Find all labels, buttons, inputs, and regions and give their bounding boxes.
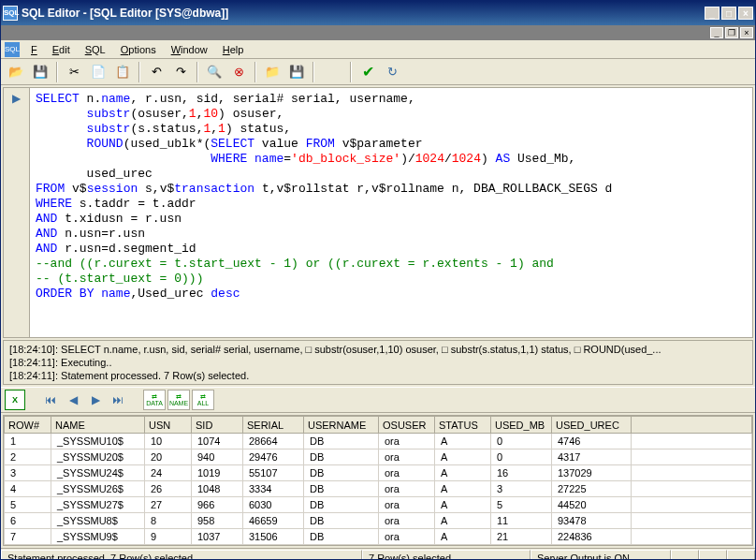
grid-cell[interactable]: _SYSSMU8$ xyxy=(51,513,145,529)
maximize-button[interactable]: □ xyxy=(721,7,736,20)
grid-cell[interactable]: 0 xyxy=(491,434,552,449)
grid-cell[interactable]: 27225 xyxy=(552,481,632,497)
grid-cell[interactable]: 1037 xyxy=(192,529,243,545)
menu-options[interactable]: Options xyxy=(113,42,164,57)
grid-cell[interactable]: 31506 xyxy=(243,529,304,545)
grid-cell[interactable]: DB xyxy=(304,434,379,449)
grid-cell[interactable]: 46659 xyxy=(243,513,304,529)
grid-cell[interactable]: _SYSSMU26$ xyxy=(51,481,145,497)
close-button[interactable]: × xyxy=(738,7,753,20)
menu-help[interactable]: Help xyxy=(215,42,252,57)
cut-icon[interactable]: ✂ xyxy=(63,61,85,83)
grid-cell[interactable]: ora xyxy=(379,465,435,481)
menu-sql[interactable]: SQL xyxy=(78,42,113,57)
grid-cell[interactable]: A xyxy=(435,513,491,529)
mdi-minimize-button[interactable]: _ xyxy=(710,27,723,38)
grid-cell[interactable]: 5 xyxy=(5,497,51,513)
mdi-close-button[interactable]: × xyxy=(740,27,753,38)
clear-icon[interactable]: ⊗ xyxy=(227,61,250,83)
grid-cell[interactable]: 26 xyxy=(145,481,192,497)
column-header[interactable]: STATUS xyxy=(435,417,491,434)
grid-cell[interactable]: ora xyxy=(379,497,435,513)
grid-cell[interactable]: DB xyxy=(304,465,379,481)
view-data-button[interactable]: ⇄DATA xyxy=(143,390,166,410)
column-header[interactable]: NAME xyxy=(51,417,145,434)
table-row[interactable]: 2_SYSSMU20$2094029476DBoraA04317 xyxy=(5,449,752,465)
grid-cell[interactable]: A xyxy=(435,465,491,481)
grid-cell[interactable]: 55107 xyxy=(243,465,304,481)
grid-cell[interactable]: 940 xyxy=(192,449,243,465)
last-record-icon[interactable]: ⏭ xyxy=(108,390,128,410)
grid-cell[interactable]: ora xyxy=(379,449,435,465)
view-all-button[interactable]: ⇄ALL xyxy=(192,390,214,410)
grid-cell[interactable]: A xyxy=(435,529,491,545)
minimize-button[interactable]: _ xyxy=(705,7,720,20)
export-excel-icon[interactable]: X xyxy=(5,390,25,410)
table-row[interactable]: 6_SYSSMU8$895846659DBoraA1193478 xyxy=(5,513,752,529)
grid-cell[interactable]: 20 xyxy=(145,449,192,465)
grid-cell[interactable]: 1019 xyxy=(192,465,243,481)
grid-cell[interactable]: 966 xyxy=(192,497,243,513)
prev-record-icon[interactable]: ◀ xyxy=(63,390,83,410)
table-row[interactable]: 4_SYSSMU26$2610483334DBoraA327225 xyxy=(5,481,752,497)
grid-cell[interactable]: 21 xyxy=(491,529,552,545)
save-folder-icon[interactable]: 💾 xyxy=(285,61,308,83)
grid-cell[interactable]: DB xyxy=(304,481,379,497)
open-file-icon[interactable]: 📂 xyxy=(5,61,27,83)
grid-cell[interactable]: 7 xyxy=(5,529,51,545)
grid-cell[interactable]: DB xyxy=(304,497,379,513)
grid-cell[interactable]: DB xyxy=(304,529,379,545)
sql-editor[interactable]: SELECT n.name, r.usn, sid, serial# seria… xyxy=(30,88,752,337)
mdi-restore-button[interactable]: ❐ xyxy=(725,27,738,38)
grid-cell[interactable]: 3 xyxy=(491,481,552,497)
save-icon[interactable]: 💾 xyxy=(29,61,51,83)
grid-cell[interactable]: 3 xyxy=(5,465,51,481)
paste-icon[interactable]: 📋 xyxy=(111,61,134,83)
refresh-icon[interactable]: ↻ xyxy=(381,61,403,83)
execute-icon[interactable]: ✔ xyxy=(356,61,379,83)
column-header[interactable]: USED_UREC xyxy=(552,417,632,434)
grid-cell[interactable]: 27 xyxy=(145,497,192,513)
grid-cell[interactable]: A xyxy=(435,481,491,497)
grid-cell[interactable]: 28664 xyxy=(243,434,304,449)
grid-cell[interactable]: 44520 xyxy=(552,497,632,513)
grid-cell[interactable]: 93478 xyxy=(552,513,632,529)
find-icon[interactable]: 🔍 xyxy=(203,61,225,83)
table-row[interactable]: 1_SYSSMU10$10107428664DBoraA04746 xyxy=(5,434,752,449)
grid-cell[interactable]: 6030 xyxy=(243,497,304,513)
first-record-icon[interactable]: ⏮ xyxy=(40,390,61,410)
grid-cell[interactable]: 2 xyxy=(5,449,51,465)
view-name-button[interactable]: ⇄NAME xyxy=(167,390,190,410)
next-record-icon[interactable]: ▶ xyxy=(85,390,106,410)
grid-cell[interactable]: A xyxy=(435,434,491,449)
grid-cell[interactable]: ora xyxy=(379,513,435,529)
table-row[interactable]: 5_SYSSMU27$279666030DBoraA544520 xyxy=(5,497,752,513)
column-header[interactable]: SID xyxy=(192,417,243,434)
copy-icon[interactable]: 📄 xyxy=(87,61,109,83)
column-header[interactable]: ROW# xyxy=(5,417,51,434)
grid-cell[interactable]: 24 xyxy=(145,465,192,481)
menu-file[interactable]: F xyxy=(23,42,45,57)
grid-cell[interactable]: 10 xyxy=(145,434,192,449)
grid-cell[interactable]: _SYSSMU9$ xyxy=(51,529,145,545)
grid-cell[interactable]: A xyxy=(435,449,491,465)
table-row[interactable]: 7_SYSSMU9$9103731506DBoraA21224836 xyxy=(5,529,752,545)
menu-edit[interactable]: Edit xyxy=(45,42,78,57)
grid-cell[interactable]: 16 xyxy=(491,465,552,481)
menu-window[interactable]: Window xyxy=(164,42,215,57)
column-header[interactable]: USN xyxy=(145,417,192,434)
grid-cell[interactable]: ora xyxy=(379,481,435,497)
grid-cell[interactable]: _SYSSMU27$ xyxy=(51,497,145,513)
redo-icon[interactable]: ↷ xyxy=(169,61,192,83)
grid-cell[interactable]: 224836 xyxy=(552,529,632,545)
grid-cell[interactable]: 4746 xyxy=(552,434,632,449)
grid-cell[interactable]: 137029 xyxy=(552,465,632,481)
grid-cell[interactable]: 3334 xyxy=(243,481,304,497)
grid-cell[interactable]: 1074 xyxy=(192,434,243,449)
grid-cell[interactable]: A xyxy=(435,497,491,513)
grid-cell[interactable]: 4317 xyxy=(552,449,632,465)
result-grid[interactable]: ROW#NAMEUSNSIDSERIALUSERNAMEOSUSERSTATUS… xyxy=(4,416,752,545)
grid-cell[interactable]: ora xyxy=(379,434,435,449)
undo-icon[interactable]: ↶ xyxy=(145,61,167,83)
grid-cell[interactable]: 1 xyxy=(5,434,51,449)
